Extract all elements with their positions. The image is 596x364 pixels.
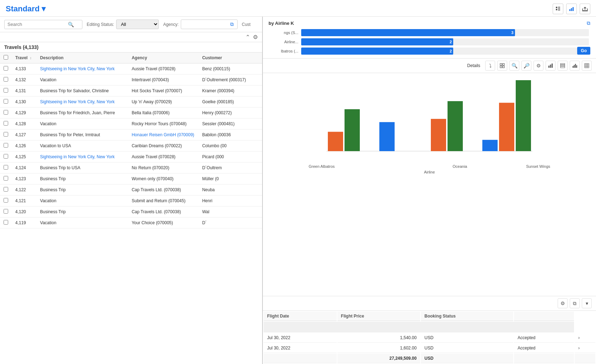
travel-description: Vacation [37, 217, 128, 228]
flight-status: Accepted [514, 343, 574, 353]
row-checkbox[interactable] [4, 66, 8, 71]
row-checkbox[interactable] [4, 121, 8, 126]
row-checkbox[interactable] [4, 99, 8, 104]
hbar-row: ngs (S... 3 [270, 29, 589, 36]
chart-top-copy-icon[interactable]: ⧉ [587, 20, 590, 26]
row-checkbox[interactable] [4, 198, 8, 203]
booking-status-header: Booking Status [421, 311, 513, 321]
description-link[interactable]: Sightseeing in New York City, New York [40, 99, 115, 104]
collapse-filter-btn[interactable]: ⌃ [245, 34, 250, 40]
header-icons [553, 4, 590, 14]
bar-rect[interactable] [499, 103, 514, 151]
bottom-settings-btn[interactable]: ⚙ [558, 298, 568, 308]
description-link[interactable]: Sightseeing in New York City, New York [40, 154, 115, 159]
row-checkbox-cell [0, 107, 12, 118]
travel-customer: Henry (000272) [199, 107, 262, 118]
agency-link[interactable]: Honauer Reisen GmbH (070009) [132, 132, 194, 137]
travel-number: 4,126 [12, 140, 37, 151]
travel-agency: Aussie Travel (070028) [128, 151, 199, 162]
chart-view-icon[interactable] [566, 4, 577, 14]
table-row: 4,127 Business Trip for Peter, Irmtraut … [0, 129, 262, 140]
expand-btn[interactable]: ⤵ [485, 61, 495, 71]
row-checkbox[interactable] [4, 143, 8, 148]
row-checkbox[interactable] [4, 88, 8, 93]
zoom-out-btn[interactable]: 🔎 [521, 61, 531, 71]
row-checkbox[interactable] [4, 77, 8, 82]
flight-price-header: Flight Price [337, 311, 420, 321]
row-checkbox[interactable] [4, 132, 8, 137]
chart-toolbar: Details ⤵ 🔍 🔎 ⚙ [263, 59, 596, 73]
travel-description: Vacation [37, 195, 128, 206]
bar-rect[interactable] [431, 119, 446, 151]
row-checkbox[interactable] [4, 154, 8, 159]
editing-status-select[interactable]: All [116, 20, 159, 29]
bar-chart-btn[interactable] [546, 61, 556, 71]
table-row: 4,122 Business Trip Cap Travels Ltd. (07… [0, 184, 262, 195]
settings-filter-btn[interactable]: ⚙ [253, 34, 258, 40]
total-label [264, 354, 337, 363]
bar-rect[interactable] [448, 101, 463, 151]
bar-rect[interactable] [516, 80, 531, 151]
full-table-btn[interactable] [582, 61, 592, 71]
travel-customer: Columbo (00 [199, 140, 262, 151]
bar-rect[interactable] [482, 140, 498, 151]
bottom-dropdown-btn[interactable]: ▾ [582, 298, 592, 308]
row-checkbox[interactable] [4, 165, 8, 170]
copy-icon[interactable]: ⧉ [230, 21, 234, 27]
grid-view-btn[interactable] [497, 61, 507, 71]
row-checkbox[interactable] [4, 220, 8, 225]
row-checkbox[interactable] [4, 187, 8, 192]
travel-number: 4,120 [12, 206, 37, 217]
travel-number: 4,131 [12, 86, 37, 96]
row-checkbox[interactable] [4, 176, 8, 181]
export-icon[interactable] [580, 4, 590, 14]
table-row: 4,128 Vacation Rocky Horror Tours (07004… [0, 118, 262, 129]
col-header-agency: Agency [128, 53, 199, 64]
chart-top: by Airline K ⧉ ngs (S... 3 Airline... 2 … [263, 17, 596, 59]
list-view-icon[interactable] [553, 4, 563, 14]
travel-number: 4,129 [12, 107, 37, 118]
row-checkbox[interactable] [4, 110, 8, 115]
bar-rect[interactable] [345, 109, 360, 151]
table-view-btn[interactable] [558, 61, 568, 71]
agency-filter: Agency: ⧉ [163, 20, 237, 29]
flight-date-header: Flight Date [264, 311, 337, 321]
travel-customer: D´Oultrement (000317) [199, 75, 262, 86]
hbar-label: lbatros (... [270, 49, 298, 53]
travel-agency: Your Choice (070005) [128, 217, 199, 228]
travel-agency: Up 'n' Away (070029) [128, 96, 199, 107]
table-row: 4,125 Sightseeing in New York City, New … [0, 151, 262, 162]
bar-chart2-btn[interactable] [570, 61, 580, 71]
go-button[interactable]: Go [577, 47, 590, 55]
flight-status: Accepted [514, 333, 574, 343]
travel-number: 4,132 [12, 75, 37, 86]
svg-rect-3 [556, 9, 557, 10]
travel-number: 4,133 [12, 64, 37, 75]
left-panel: 🔍 Editing Status: All Agency: ⧉ Cust [0, 17, 263, 364]
flight-chevron[interactable]: › [575, 333, 595, 343]
table-header-row: Travels (4,133) [0, 42, 262, 53]
svg-rect-21 [574, 65, 575, 68]
travel-agency: Aussie Travel (070028) [128, 64, 199, 75]
agency-input[interactable] [184, 22, 230, 27]
total-currency: USD [421, 354, 513, 363]
search-input[interactable] [7, 22, 68, 27]
select-all-checkbox[interactable] [4, 55, 8, 60]
bar-rect[interactable] [328, 132, 343, 151]
flight-date: Jul 30, 2022 [264, 333, 337, 343]
row-checkbox[interactable] [4, 209, 8, 214]
bottom-copy-btn[interactable]: ⧉ [570, 298, 580, 308]
customer-filter-label: Cust [242, 22, 251, 27]
app-title[interactable]: Standard ▾ [6, 4, 45, 13]
search-box[interactable]: 🔍 [4, 20, 82, 29]
bar-rect[interactable] [379, 122, 395, 151]
flight-row: Jul 30, 2022 1,602.00 USD Accepted › [264, 343, 595, 353]
travel-agency: No Return (070020) [128, 162, 199, 173]
col-header-travel[interactable]: Travel ↕ [12, 53, 37, 64]
zoom-in-btn[interactable]: 🔍 [509, 61, 519, 71]
x-axis-labels: Green Albatros Oceania Sunset Wings [269, 163, 590, 170]
flight-chevron[interactable]: › [575, 343, 595, 353]
col-header-customer: Customer [199, 53, 262, 64]
settings-btn[interactable]: ⚙ [533, 61, 543, 71]
description-link[interactable]: Sightseeing in New York City, New York [40, 66, 115, 71]
